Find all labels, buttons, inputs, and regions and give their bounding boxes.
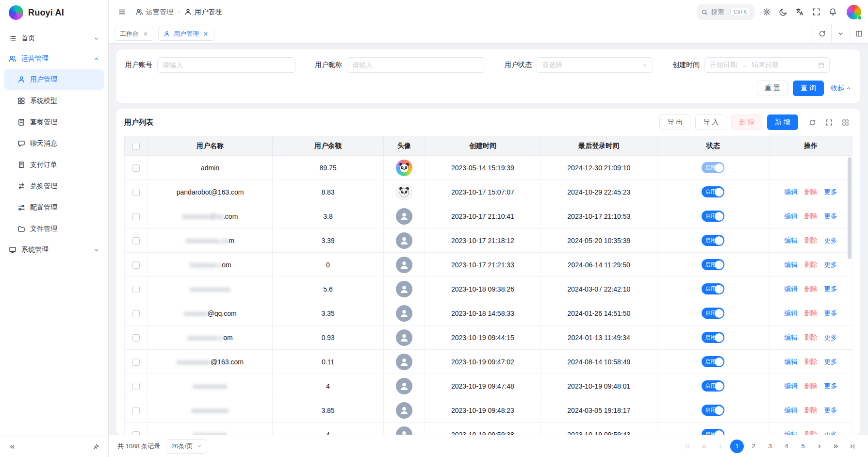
next-pages-button[interactable]: [829, 440, 843, 453]
sidebar-item-exchange-management[interactable]: 兑换管理: [4, 176, 104, 196]
status-toggle[interactable]: 启用: [702, 259, 724, 270]
account-input[interactable]: [157, 57, 295, 73]
edit-link[interactable]: 编辑: [784, 334, 797, 341]
edit-link[interactable]: 编辑: [784, 431, 797, 435]
row-checkbox[interactable]: [132, 310, 140, 317]
more-link[interactable]: 更多: [824, 285, 837, 293]
delete-link[interactable]: 删除: [804, 188, 817, 196]
status-toggle[interactable]: 启用: [702, 332, 724, 343]
page-button-1[interactable]: 1: [730, 440, 744, 453]
sidebar-item-home[interactable]: 首页: [0, 28, 108, 49]
refresh-table-button[interactable]: [805, 115, 819, 130]
pin-icon[interactable]: [90, 441, 102, 453]
notifications-button[interactable]: [824, 4, 841, 20]
more-link[interactable]: 更多: [824, 310, 837, 317]
page-button-2[interactable]: 2: [747, 440, 760, 453]
query-button[interactable]: 查 询: [793, 81, 824, 96]
dark-mode-button[interactable]: [775, 4, 791, 20]
edit-link[interactable]: 编辑: [784, 237, 797, 244]
table-scrollbar[interactable]: [848, 157, 852, 259]
more-link[interactable]: 更多: [824, 334, 837, 341]
delete-link[interactable]: 删除: [804, 261, 817, 268]
sidebar-item-file-management[interactable]: 文件管理: [4, 219, 104, 239]
status-toggle[interactable]: 启用: [702, 380, 724, 392]
delete-link[interactable]: 删除: [804, 382, 817, 390]
more-link[interactable]: 更多: [824, 188, 837, 196]
row-checkbox[interactable]: [132, 164, 140, 172]
row-checkbox[interactable]: [132, 213, 140, 220]
row-checkbox[interactable]: [132, 359, 140, 366]
delete-button[interactable]: 删 除: [731, 114, 762, 130]
edit-link[interactable]: 编辑: [784, 382, 797, 390]
more-link[interactable]: 更多: [824, 358, 837, 365]
tab-workbench[interactable]: 工作台: [115, 27, 154, 41]
edit-link[interactable]: 编辑: [784, 261, 797, 268]
page-button-5[interactable]: 5: [796, 440, 810, 453]
date-range-picker[interactable]: 开始日期 → 结束日期: [704, 57, 830, 73]
status-toggle[interactable]: 启用: [702, 235, 724, 246]
delete-link[interactable]: 删除: [804, 407, 817, 414]
more-link[interactable]: 更多: [824, 431, 837, 435]
page-size-select[interactable]: 20条/页: [166, 439, 207, 454]
prev-page-button[interactable]: [714, 440, 727, 453]
user-avatar[interactable]: [847, 5, 861, 19]
edit-link[interactable]: 编辑: [784, 285, 797, 293]
sidebar-item-chat-messages[interactable]: 聊天消息: [4, 133, 104, 154]
next-page-button[interactable]: [813, 440, 826, 453]
more-link[interactable]: 更多: [824, 407, 837, 414]
more-link[interactable]: 更多: [824, 237, 837, 244]
more-link[interactable]: 更多: [824, 382, 837, 390]
status-toggle[interactable]: 启用: [702, 356, 724, 367]
status-toggle[interactable]: 启用: [702, 211, 724, 222]
import-button[interactable]: 导 入: [695, 114, 726, 130]
tabs-dropdown-button[interactable]: [831, 24, 850, 43]
close-icon[interactable]: [202, 31, 209, 37]
edit-link[interactable]: 编辑: [784, 407, 797, 414]
status-toggle[interactable]: 启用: [702, 162, 724, 173]
status-select[interactable]: 请选择: [537, 57, 653, 73]
row-checkbox[interactable]: [132, 383, 140, 390]
reset-button[interactable]: 重 置: [757, 81, 788, 96]
delete-link[interactable]: 删除: [804, 237, 817, 244]
prev-pages-button[interactable]: [697, 440, 711, 453]
app-logo[interactable]: Ruoyi AI: [0, 0, 108, 25]
layout-toggle-button[interactable]: [850, 24, 868, 43]
column-settings-button[interactable]: [838, 115, 852, 130]
sidebar-item-system[interactable]: 系统管理: [0, 240, 108, 260]
select-all-checkbox[interactable]: [132, 143, 140, 150]
edit-link[interactable]: 编辑: [784, 188, 797, 196]
sidebar-item-system-model[interactable]: 系统模型: [4, 91, 104, 111]
delete-link[interactable]: 删除: [804, 334, 817, 341]
nickname-input[interactable]: [347, 57, 485, 73]
export-button[interactable]: 导 出: [659, 114, 690, 130]
row-checkbox[interactable]: [132, 189, 140, 196]
breadcrumb-item-user-management[interactable]: 用户管理: [184, 8, 222, 16]
fullscreen-button[interactable]: [808, 4, 824, 20]
sidebar-item-config-management[interactable]: 配置管理: [4, 197, 104, 218]
sidebar-item-payment-orders[interactable]: 支付订单: [4, 155, 104, 175]
delete-link[interactable]: 删除: [804, 212, 817, 220]
collapse-filters-link[interactable]: 收起: [831, 84, 852, 93]
delete-link[interactable]: 删除: [804, 431, 817, 435]
sidebar-item-operations[interactable]: 运营管理: [0, 49, 108, 69]
row-checkbox[interactable]: [132, 286, 140, 293]
delete-link[interactable]: 删除: [804, 310, 817, 317]
status-toggle[interactable]: 启用: [702, 308, 724, 319]
edit-link[interactable]: 编辑: [784, 358, 797, 365]
breadcrumb-item-operations[interactable]: 运营管理: [136, 8, 173, 16]
sidebar-collapse-button[interactable]: [6, 441, 18, 453]
language-button[interactable]: [791, 4, 808, 20]
more-link[interactable]: 更多: [824, 261, 837, 268]
status-toggle[interactable]: 启用: [702, 429, 724, 435]
row-checkbox[interactable]: [132, 237, 140, 245]
edit-link[interactable]: 编辑: [784, 310, 797, 317]
delete-link[interactable]: 删除: [804, 285, 817, 293]
status-toggle[interactable]: 启用: [702, 283, 724, 294]
refresh-tab-button[interactable]: [813, 24, 831, 43]
sidebar-item-user-management[interactable]: 用户管理: [4, 69, 104, 90]
close-icon[interactable]: [142, 31, 149, 37]
page-button-3[interactable]: 3: [763, 440, 777, 453]
sidebar-toggle-button[interactable]: [114, 4, 130, 20]
row-checkbox[interactable]: [132, 334, 140, 342]
delete-link[interactable]: 删除: [804, 358, 817, 365]
